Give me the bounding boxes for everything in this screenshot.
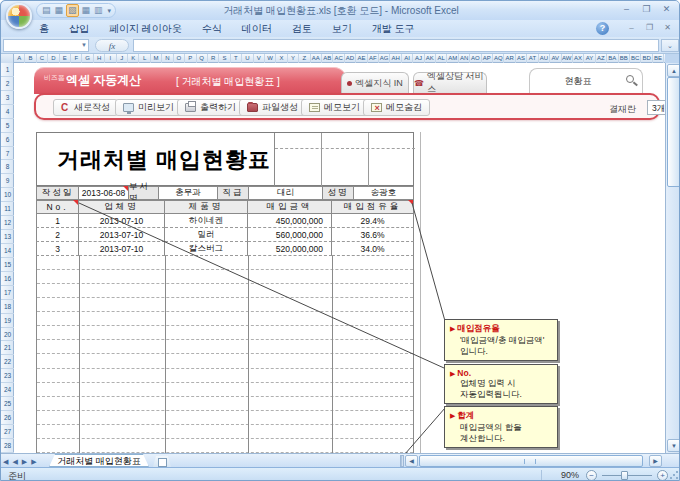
table-cell[interactable]: 하이네켄 xyxy=(165,214,248,228)
zoom-slider-thumb[interactable] xyxy=(621,471,628,480)
ribbon-tab-삽입[interactable]: 삽입 xyxy=(59,20,99,37)
column-letter[interactable]: AS xyxy=(516,54,527,63)
column-header[interactable]: 업체명 xyxy=(79,200,165,214)
first-sheet-icon[interactable]: ◀ xyxy=(3,457,8,466)
ribbon-tab-검토[interactable]: 검토 xyxy=(282,20,322,37)
search-icon[interactable] xyxy=(626,75,634,83)
row-number[interactable]: 25 xyxy=(1,397,14,411)
row-number[interactable]: 27 xyxy=(1,425,14,439)
column-letter[interactable]: A xyxy=(14,54,25,63)
column-letter[interactable]: BB xyxy=(619,54,630,63)
horizontal-scroll-thumb[interactable] xyxy=(419,455,643,467)
column-letter[interactable]: AI xyxy=(402,54,413,63)
column-letter[interactable]: AB xyxy=(322,54,333,63)
search-input[interactable] xyxy=(538,75,618,88)
column-letter[interactable]: AK xyxy=(425,54,436,63)
empty-row[interactable] xyxy=(37,340,413,354)
row-number[interactable]: 9 xyxy=(1,174,14,188)
column-letter[interactable]: M xyxy=(151,54,162,63)
column-letter[interactable]: AY xyxy=(584,54,595,63)
table-cell[interactable]: 칼스버그 xyxy=(165,242,248,256)
info-label[interactable]: 작성일 xyxy=(36,186,79,200)
column-letter[interactable]: AE xyxy=(356,54,367,63)
vertical-scroll-thumb[interactable] xyxy=(667,77,680,187)
qat-icon[interactable]: ▥ xyxy=(93,5,104,16)
출력하기-button[interactable]: 출력하기 xyxy=(177,99,244,116)
select-all-corner[interactable] xyxy=(1,54,14,63)
row-number[interactable]: 18 xyxy=(1,300,14,314)
row-number[interactable]: 28 xyxy=(1,439,14,453)
row-number[interactable]: 10 xyxy=(1,188,14,202)
column-header[interactable]: 매입금액 xyxy=(248,200,332,214)
row-number[interactable]: 26 xyxy=(1,411,14,425)
row-number[interactable]: 16 xyxy=(1,272,14,286)
column-letter[interactable]: P xyxy=(185,54,196,63)
tab-excel-counsel[interactable]: ☎ 엑셀상담 서비스 xyxy=(413,72,487,93)
column-letter[interactable]: V xyxy=(254,54,265,63)
column-letter[interactable]: R xyxy=(208,54,219,63)
column-letter[interactable]: AT xyxy=(527,54,538,63)
row-number[interactable]: 12 xyxy=(1,216,14,230)
column-letter[interactable]: K xyxy=(128,54,139,63)
ribbon-tab-홈[interactable]: 홈 xyxy=(29,20,59,37)
ribbon-tab-보기[interactable]: 보기 xyxy=(322,20,362,37)
column-letter[interactable]: U xyxy=(242,54,253,63)
column-letter[interactable]: AJ xyxy=(413,54,424,63)
info-label[interactable]: 직급 xyxy=(218,186,249,200)
table-cell[interactable]: 1 xyxy=(36,214,79,228)
column-letter[interactable]: E xyxy=(60,54,71,63)
column-letter[interactable]: AW xyxy=(562,54,573,63)
row-number[interactable]: 15 xyxy=(1,258,14,272)
미리보기-button[interactable]: 미리보기 xyxy=(115,99,182,116)
info-value[interactable]: 2013-06-08 xyxy=(79,186,129,200)
info-value[interactable]: 대리 xyxy=(249,186,323,200)
column-letter[interactable]: AL xyxy=(436,54,447,63)
row-number[interactable]: 23 xyxy=(1,369,14,383)
column-header[interactable]: 제품명 xyxy=(165,200,248,214)
empty-row[interactable] xyxy=(37,369,413,383)
scroll-left-icon[interactable]: ◀ xyxy=(405,455,418,467)
empty-row[interactable] xyxy=(37,256,413,270)
column-letter[interactable]: Q xyxy=(197,54,208,63)
empty-row[interactable] xyxy=(37,411,413,425)
table-cell[interactable]: 2013-07-10 xyxy=(79,242,165,256)
column-letter[interactable]: AX xyxy=(573,54,584,63)
row-number[interactable]: 22 xyxy=(1,355,14,369)
column-letter[interactable]: AR xyxy=(504,54,515,63)
tab-split-handle[interactable] xyxy=(400,455,404,467)
column-letter[interactable]: W xyxy=(265,54,276,63)
workbook-minimize-button[interactable]: – xyxy=(624,23,639,34)
table-cell[interactable]: 2013-07-10 xyxy=(79,214,165,228)
zoom-level[interactable]: 90% xyxy=(551,470,579,480)
column-letter[interactable]: H xyxy=(94,54,105,63)
empty-row[interactable] xyxy=(37,439,413,453)
column-letter[interactable]: BC xyxy=(630,54,641,63)
column-letter[interactable]: AQ xyxy=(493,54,504,63)
insert-function-button[interactable]: fx xyxy=(95,39,129,52)
table-cell[interactable]: 520,000,000 xyxy=(248,242,332,256)
column-letter[interactable]: B xyxy=(25,54,36,63)
column-letter[interactable]: G xyxy=(82,54,93,63)
row-number[interactable]: 6 xyxy=(1,133,14,147)
column-letter[interactable]: AC xyxy=(333,54,344,63)
column-letter[interactable]: L xyxy=(139,54,150,63)
close-button[interactable]: ✕ xyxy=(658,4,675,16)
table-cell[interactable]: 34.0% xyxy=(332,242,414,256)
table-cell[interactable]: 560,000,000 xyxy=(248,228,332,242)
table-cell[interactable]: 3 xyxy=(36,242,79,256)
empty-row[interactable] xyxy=(37,284,413,298)
row-number[interactable]: 8 xyxy=(1,160,14,174)
scroll-up-icon[interactable]: ▲ xyxy=(667,64,680,77)
help-icon[interactable]: ? xyxy=(596,22,609,35)
row-number[interactable]: 19 xyxy=(1,314,14,328)
row-number[interactable]: 5 xyxy=(1,119,14,133)
column-letter[interactable]: C xyxy=(37,54,48,63)
table-cell[interactable]: 29.4% xyxy=(332,214,414,228)
메모보기-button[interactable]: 메모보기 xyxy=(301,99,368,116)
column-letter[interactable]: X xyxy=(276,54,287,63)
메모숨김-button[interactable]: 메모숨김 xyxy=(363,99,430,116)
office-button[interactable] xyxy=(6,3,32,29)
last-sheet-icon[interactable]: ▶ xyxy=(31,457,36,466)
qat-icon[interactable]: ▦ xyxy=(81,5,92,16)
column-letter[interactable]: AM xyxy=(447,54,458,63)
